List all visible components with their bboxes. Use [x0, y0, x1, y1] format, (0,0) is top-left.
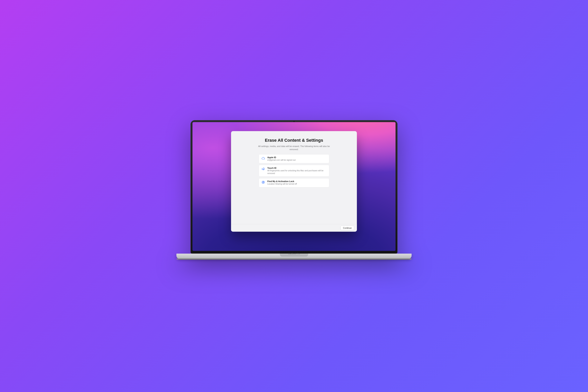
laptop-lid: Erase All Content & Settings All setting… [190, 120, 398, 254]
list-item-text: Touch ID All fingerprints used for unloc… [267, 167, 327, 175]
list-item-desc: Location Sharing will be turned off [267, 183, 327, 186]
list-item: Apple ID er@gmail.com will be signed out [259, 154, 329, 164]
list-item-text: Find My & Activation Lock Location Shari… [267, 180, 327, 186]
list-item-title: Touch ID [267, 167, 327, 169]
list-item-title: Find My & Activation Lock [267, 180, 327, 182]
laptop-base-edge [176, 258, 412, 260]
list-item: Touch ID All fingerprints used for unloc… [259, 165, 329, 176]
erase-dialog: Erase All Content & Settings All setting… [231, 131, 357, 232]
dialog-title: Erase All Content & Settings [239, 138, 349, 143]
list-item-text: Apple ID er@gmail.com will be signed out [267, 156, 327, 162]
list-item: Find My & Activation Lock Location Shari… [259, 178, 329, 188]
dialog-footer: Continue [231, 224, 357, 232]
dialog-subtitle: All settings, media, and data will be er… [256, 145, 332, 151]
list-item-title: Apple ID [267, 156, 327, 158]
removed-items-list: Apple ID er@gmail.com will be signed out [259, 154, 329, 188]
laptop-screen: Erase All Content & Settings All setting… [192, 122, 396, 251]
laptop-mockup: Erase All Content & Settings All setting… [176, 120, 412, 272]
laptop-base: MacBook Pro [176, 254, 412, 258]
dialog-body: Erase All Content & Settings All setting… [231, 131, 357, 224]
list-item-desc: er@gmail.com will be signed out [267, 159, 327, 162]
page-background: Erase All Content & Settings All setting… [0, 0, 588, 392]
cloud-icon [261, 156, 265, 160]
radar-icon [261, 180, 265, 184]
continue-button[interactable]: Continue [340, 226, 354, 230]
device-brand-label: MacBook Pro [288, 253, 300, 254]
fingerprint-icon [261, 167, 265, 171]
list-item-desc: All fingerprints used for unlocking this… [267, 169, 327, 175]
